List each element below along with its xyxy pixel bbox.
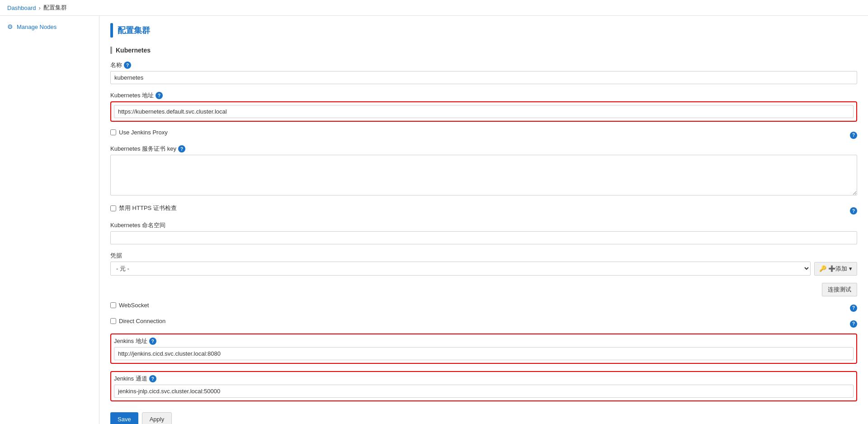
page-title: 配置集群: [118, 25, 150, 36]
jenkins-tunnel-input[interactable]: [114, 385, 854, 398]
add-dropdown-icon: ▾: [849, 265, 852, 272]
sidebar: ⚙ Manage Nodes: [0, 16, 99, 424]
k8s-cert-key-field-group: Kubernetes 服务证书 key ?: [110, 145, 857, 197]
breadcrumb-separator: ›: [39, 5, 41, 11]
kubernetes-section: Kubernetes 名称 ? Kubernetes 地址 ?: [110, 47, 857, 424]
use-jenkins-proxy-label: Use Jenkins Proxy: [119, 129, 168, 136]
direct-connection-label: Direct Connection: [119, 318, 165, 324]
websocket-checkbox[interactable]: [110, 302, 116, 308]
disable-https-checkbox-row: 禁用 HTTPS 证书检查: [110, 204, 177, 212]
apply-button[interactable]: Apply: [142, 412, 172, 424]
direct-connection-help-icon[interactable]: ?: [850, 320, 857, 328]
k8s-cert-key-label: Kubernetes 服务证书 key ?: [110, 145, 857, 153]
gear-icon: ⚙: [7, 23, 13, 30]
websocket-label: WebSocket: [119, 302, 149, 309]
page-header-bar: [110, 23, 113, 38]
breadcrumb-current: 配置集群: [43, 4, 67, 12]
direct-connection-row: Direct Connection ?: [110, 318, 857, 330]
use-jenkins-proxy-checkbox-row: Use Jenkins Proxy: [110, 129, 168, 136]
page-header: 配置集群: [110, 23, 857, 38]
credentials-field-group: 凭据 - 元 - 🔑 ➕添加 ▾: [110, 252, 857, 276]
direct-connection-checkbox-row: Direct Connection: [110, 318, 165, 324]
websocket-help-icon[interactable]: ?: [850, 305, 857, 312]
breadcrumb-dashboard-link[interactable]: Dashboard: [7, 5, 36, 11]
direct-connection-checkbox[interactable]: [110, 318, 116, 324]
websocket-checkbox-row: WebSocket: [110, 302, 149, 309]
save-button[interactable]: Save: [110, 412, 138, 424]
main-content: 配置集群 Kubernetes 名称 ? Kubernetes 地址 ?: [99, 16, 868, 424]
k8s-cert-key-textarea[interactable]: [110, 155, 857, 195]
use-jenkins-proxy-row: Use Jenkins Proxy ?: [110, 129, 857, 141]
jenkins-address-label: Jenkins 地址 ?: [114, 337, 854, 345]
name-input[interactable]: [110, 71, 857, 84]
add-icon: 🔑: [819, 265, 826, 272]
section-title: Kubernetes: [110, 47, 857, 54]
credentials-select[interactable]: - 元 -: [110, 262, 811, 276]
jenkins-address-help-icon[interactable]: ?: [149, 338, 156, 345]
k8s-address-field-group: Kubernetes 地址 ?: [110, 91, 857, 122]
name-field-group: 名称 ?: [110, 61, 857, 84]
disable-https-label: 禁用 HTTPS 证书检查: [119, 204, 177, 212]
k8s-namespace-field-group: Kubernetes 命名空间: [110, 221, 857, 244]
credentials-label: 凭据: [110, 252, 857, 260]
k8s-address-label: Kubernetes 地址 ?: [110, 91, 857, 100]
jenkins-tunnel-highlighted: Jenkins 通道 ?: [110, 371, 857, 401]
use-jenkins-proxy-help-icon[interactable]: ?: [850, 132, 857, 139]
jenkins-tunnel-help-icon[interactable]: ?: [149, 375, 156, 382]
credentials-row: - 元 - 🔑 ➕添加 ▾: [110, 262, 857, 276]
jenkins-tunnel-field-group: Jenkins 通道 ?: [110, 371, 857, 401]
sidebar-item-label: Manage Nodes: [17, 24, 57, 30]
k8s-cert-key-help-icon[interactable]: ?: [178, 145, 185, 152]
connect-test-button[interactable]: 连接测试: [822, 283, 857, 296]
k8s-address-input[interactable]: [114, 105, 854, 118]
k8s-namespace-label: Kubernetes 命名空间: [110, 221, 857, 229]
section-title-bar: [110, 47, 112, 54]
jenkins-address-input[interactable]: [114, 347, 854, 360]
k8s-address-highlighted: [110, 101, 857, 122]
breadcrumb: Dashboard › 配置集群: [0, 0, 868, 16]
name-help-icon[interactable]: ?: [124, 62, 131, 69]
section-title-text: Kubernetes: [116, 47, 151, 54]
name-label: 名称 ?: [110, 61, 857, 69]
k8s-namespace-input[interactable]: [110, 231, 857, 244]
sidebar-item-manage-nodes[interactable]: ⚙ Manage Nodes: [0, 19, 99, 34]
action-buttons: Save Apply: [110, 412, 857, 424]
jenkins-address-highlighted: Jenkins 地址 ?: [110, 333, 857, 364]
disable-https-help-icon[interactable]: ?: [850, 207, 857, 214]
jenkins-address-field-group: Jenkins 地址 ?: [110, 333, 857, 364]
disable-https-checkbox[interactable]: [110, 205, 116, 211]
add-credentials-button[interactable]: 🔑 ➕添加 ▾: [814, 262, 857, 276]
use-jenkins-proxy-checkbox[interactable]: [110, 129, 116, 135]
jenkins-tunnel-label: Jenkins 通道 ?: [114, 375, 854, 383]
k8s-address-help-icon[interactable]: ?: [156, 92, 163, 99]
connect-test-area: 连接测试: [110, 283, 857, 296]
websocket-row: WebSocket ?: [110, 302, 857, 314]
disable-https-row: 禁用 HTTPS 证书检查 ?: [110, 204, 857, 218]
